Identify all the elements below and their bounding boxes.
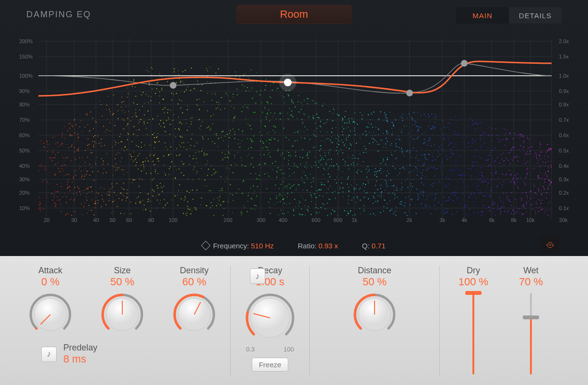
size-value[interactable]: 50 % [110, 276, 134, 288]
svg-point-1542 [528, 148, 529, 149]
svg-point-1853 [330, 165, 331, 166]
svg-point-1122 [435, 114, 436, 115]
distance-knob[interactable] [353, 293, 396, 336]
svg-point-1707 [368, 171, 369, 172]
tab-main[interactable]: MAIN [456, 7, 509, 23]
svg-point-1556 [479, 123, 480, 124]
frequency-value[interactable]: 510 Hz [251, 242, 274, 250]
svg-point-1005 [123, 118, 124, 119]
svg-point-1847 [313, 100, 314, 101]
svg-point-1069 [344, 210, 345, 211]
svg-point-952 [136, 198, 137, 198]
dry-value[interactable]: 100 % [459, 276, 488, 288]
density-knob[interactable] [173, 293, 216, 336]
predelay-value[interactable]: 8 ms [63, 353, 97, 365]
svg-point-34 [130, 201, 131, 202]
freeze-button[interactable]: Freeze [252, 358, 289, 372]
ratio-value[interactable]: 0.93 x [318, 242, 338, 250]
svg-point-84 [394, 185, 395, 186]
svg-point-2218 [302, 157, 303, 158]
preset-selector[interactable]: Room [236, 5, 352, 24]
svg-point-2264 [78, 151, 79, 152]
svg-point-1543 [438, 145, 439, 146]
svg-point-403 [494, 203, 495, 204]
svg-point-966 [45, 169, 46, 170]
svg-point-1924 [136, 162, 137, 163]
size-knob[interactable] [101, 293, 144, 336]
svg-point-2483 [256, 178, 257, 179]
svg-point-1367 [219, 102, 220, 103]
svg-point-2263 [331, 162, 332, 163]
svg-point-421 [54, 202, 55, 203]
svg-point-1938 [476, 165, 477, 166]
svg-point-1478 [106, 109, 107, 110]
q-value[interactable]: 0.71 [372, 242, 386, 250]
svg-point-2096 [115, 144, 116, 145]
svg-point-2590 [218, 138, 219, 139]
wet-value[interactable]: 70 % [519, 276, 543, 288]
svg-point-1383 [120, 193, 121, 194]
svg-point-420 [56, 191, 57, 192]
svg-point-2600 [66, 197, 67, 198]
svg-point-2142 [472, 165, 473, 166]
spectrum-display-toggle[interactable] [541, 237, 559, 253]
svg-point-2469 [67, 184, 68, 185]
svg-point-1574 [540, 158, 541, 159]
svg-point-275 [422, 191, 423, 192]
svg-point-2192 [74, 132, 75, 133]
svg-point-1456 [350, 130, 351, 131]
svg-point-273 [102, 116, 103, 117]
svg-point-2320 [190, 90, 191, 91]
dry-slider[interactable] [472, 293, 475, 374]
svg-point-211 [67, 130, 68, 131]
svg-point-2563 [453, 193, 454, 194]
svg-point-2181 [410, 204, 411, 205]
density-value[interactable]: 60 % [182, 276, 206, 288]
svg-point-2161 [377, 189, 378, 190]
svg-point-100 [146, 70, 147, 71]
attack-knob[interactable] [29, 293, 72, 336]
svg-point-2067 [497, 206, 498, 207]
svg-point-322 [132, 86, 133, 87]
decay-knob[interactable] [245, 293, 295, 343]
svg-point-389 [87, 145, 88, 146]
svg-point-2477 [442, 161, 443, 162]
svg-point-426 [170, 146, 171, 147]
svg-point-1274 [356, 172, 357, 173]
predelay-sync-button[interactable]: ♪ [41, 347, 57, 362]
svg-point-1333 [327, 160, 328, 161]
attack-value[interactable]: 0 % [41, 276, 59, 288]
svg-point-1453 [421, 178, 422, 179]
svg-point-2232 [415, 124, 416, 125]
tab-details[interactable]: DETAILS [509, 7, 562, 23]
svg-point-1960 [272, 116, 273, 117]
svg-point-738 [77, 171, 78, 172]
svg-point-1858 [343, 128, 344, 129]
svg-point-121 [524, 160, 525, 161]
svg-point-1833 [169, 134, 170, 135]
svg-point-2332 [178, 168, 179, 169]
svg-point-1550 [171, 93, 172, 94]
svg-point-2608 [461, 60, 468, 67]
eq-graph[interactable]: 200% 150% 100% 90% 80% 70% 60% 50% 40% 3… [19, 34, 569, 225]
svg-point-2294 [150, 154, 151, 155]
svg-point-2461 [236, 165, 237, 166]
distance-value[interactable]: 50 % [363, 276, 387, 288]
svg-point-2275 [229, 153, 230, 154]
svg-point-1987 [245, 73, 246, 74]
svg-point-388 [448, 129, 449, 130]
svg-point-302 [282, 152, 283, 153]
svg-point-2598 [185, 119, 186, 120]
svg-point-1591 [125, 106, 126, 107]
svg-point-1219 [157, 199, 158, 200]
decay-sync-button[interactable]: ♪ [250, 268, 265, 284]
wet-slider[interactable] [529, 293, 532, 374]
svg-point-90 [325, 155, 326, 156]
svg-point-76 [58, 146, 59, 147]
svg-point-601 [421, 182, 422, 183]
svg-point-2056 [392, 193, 393, 194]
svg-point-1061 [187, 105, 188, 106]
svg-point-432 [448, 179, 449, 180]
svg-point-2424 [396, 207, 397, 208]
wet-label: Wet [523, 266, 539, 276]
